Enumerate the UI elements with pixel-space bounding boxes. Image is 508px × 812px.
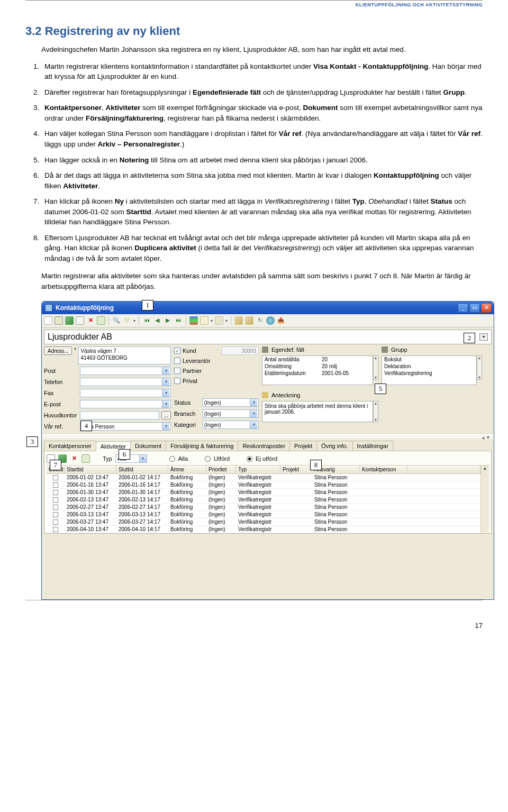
radio-alla[interactable] xyxy=(169,456,175,462)
phone-input[interactable]: ▾ xyxy=(80,378,171,386)
refresh-icon[interactable]: ↻ xyxy=(256,316,264,325)
exit-icon[interactable]: 📤 xyxy=(277,316,285,325)
col-sluttid[interactable]: Sluttid xyxy=(116,466,168,473)
note-textarea[interactable]: Stina ska påbörja arbetet med denna klie… xyxy=(262,401,373,422)
company-selector[interactable]: Ljusprodukter AB ▾ xyxy=(44,330,492,344)
grid-vscroll[interactable]: ▲ xyxy=(480,466,489,533)
close-button[interactable]: ✕ xyxy=(481,303,492,313)
save-icon[interactable] xyxy=(76,316,84,325)
table-row[interactable]: 2006-01-02 13:472006-01-02 14:17Bokförin… xyxy=(47,474,480,481)
utford-cell[interactable] xyxy=(47,474,65,481)
minimize-button[interactable]: _ xyxy=(458,303,468,313)
bransch-select[interactable]: (Ingen)▾ xyxy=(203,409,259,418)
first-icon[interactable]: ⏮ xyxy=(142,316,151,325)
grupp-grid[interactable]: Bokslut Deklaration Verifikatsregistreri… xyxy=(382,355,477,385)
egendef-grid[interactable]: Antal anställda20 Omsättning20 milj Etab… xyxy=(262,355,373,385)
table-row[interactable]: 2006-03-27 13:472006-03-27 14:17Bokförin… xyxy=(47,518,480,526)
filter-dropdown-icon[interactable]: ▾ xyxy=(133,318,135,323)
print-icon[interactable] xyxy=(215,316,223,325)
activity-delete-icon[interactable]: ✕ xyxy=(70,454,78,463)
note-scrollbar[interactable] xyxy=(373,401,378,422)
filter-icon[interactable]: ▽ xyxy=(123,316,131,325)
groups-icon[interactable] xyxy=(245,316,253,325)
radio-utford[interactable] xyxy=(205,456,211,462)
kund-checkbox[interactable] xyxy=(174,348,180,354)
utford-cell[interactable] xyxy=(47,496,65,503)
prev-icon[interactable]: ◀ xyxy=(153,316,161,325)
utford-cell[interactable] xyxy=(47,511,65,518)
tab-forsaljning[interactable]: Försäljning & fakturering xyxy=(166,441,238,451)
tab-kontaktpersoner[interactable]: Kontaktpersoner xyxy=(44,441,96,451)
lev-checkbox[interactable] xyxy=(174,358,180,364)
typ-cell: Verifikatregistr xyxy=(236,489,280,496)
col-typ[interactable]: Typ xyxy=(236,466,280,473)
privat-checkbox[interactable] xyxy=(174,378,180,384)
edit-icon[interactable] xyxy=(65,316,74,325)
egendef-scrollbar[interactable] xyxy=(373,355,378,380)
col-prioritet[interactable]: Prioritet xyxy=(206,466,236,473)
status-label: Status xyxy=(174,399,201,406)
kontakt-cell xyxy=(360,518,407,525)
callout-7: 7 xyxy=(50,460,61,470)
contacts-icon[interactable] xyxy=(234,316,243,325)
last-icon[interactable]: ⏭ xyxy=(174,316,183,325)
grupp-item: Deklaration xyxy=(384,363,411,369)
utford-cell[interactable] xyxy=(47,518,65,525)
col-starttid[interactable]: Starttid xyxy=(65,466,116,473)
table-row[interactable]: 2006-01-30 13:472006-01-30 14:17Bokförin… xyxy=(47,489,480,496)
utford-cell[interactable] xyxy=(47,489,65,496)
tab-installningar[interactable]: Inställningar xyxy=(352,441,393,451)
fax-input[interactable]: ▾ xyxy=(80,389,171,397)
table-row[interactable]: 2006-01-16 13:472006-01-16 14:17Bokförin… xyxy=(47,481,480,489)
collapse-arrows[interactable]: ▲▼ xyxy=(42,433,494,441)
new-icon[interactable] xyxy=(44,316,52,325)
partner-checkbox[interactable] xyxy=(174,368,180,374)
projekt-cell xyxy=(280,489,312,496)
report-dropdown-icon[interactable]: ▾ xyxy=(211,318,213,323)
activity-duplicate-icon[interactable] xyxy=(81,454,90,463)
search-icon[interactable]: 🔍 xyxy=(112,316,121,325)
radio-ej-utford[interactable] xyxy=(247,456,252,462)
col-kontaktperson[interactable]: Kontaktperson xyxy=(360,466,407,473)
tab-ovrig[interactable]: Övrig info. xyxy=(316,441,352,451)
ourref-select[interactable]: Stina Persson▾ xyxy=(80,422,171,431)
report-icon[interactable] xyxy=(200,316,208,325)
chart-icon[interactable] xyxy=(189,316,198,325)
tab-dokument[interactable]: Dokument xyxy=(130,441,166,451)
fax-label: Fax xyxy=(44,390,78,396)
kategori-select[interactable]: (Ingen)▾ xyxy=(203,421,259,429)
print-dropdown-icon[interactable]: ▾ xyxy=(225,318,228,323)
eg-key: Etableringsdatum xyxy=(265,370,322,376)
col-amne[interactable]: Ämne xyxy=(168,466,206,473)
grid-header-row: Utförd Starttid Sluttid Ämne Prioritet T… xyxy=(47,466,480,474)
step-4: Han väljer kollegan Stina Persson som ha… xyxy=(41,129,483,149)
next-icon[interactable]: ▶ xyxy=(164,316,172,325)
delete-icon[interactable]: ✕ xyxy=(86,316,95,325)
address-button[interactable]: Adress... xyxy=(44,346,72,355)
col-projekt[interactable]: Projekt xyxy=(280,466,312,473)
address-textarea[interactable]: Västra vägen 741463 GÖTEBORG xyxy=(78,346,171,364)
status-select[interactable]: (Ingen)▾ xyxy=(203,398,259,407)
table-row[interactable]: 2006-04-10 13:472006-04-10 14:17Bokförin… xyxy=(47,526,480,533)
utford-cell[interactable] xyxy=(47,504,65,510)
mainoffice-input[interactable] xyxy=(80,411,159,419)
table-row[interactable]: 2006-02-13 13:472006-02-13 14:17Bokförin… xyxy=(47,496,480,504)
help-icon[interactable] xyxy=(266,316,275,325)
table-row[interactable]: 2006-03-13 13:472006-03-13 14:17Bokförin… xyxy=(47,511,480,518)
utford-cell[interactable] xyxy=(47,481,65,488)
maximize-button[interactable]: ▭ xyxy=(469,303,480,313)
address-dropdown-icon[interactable]: ▾ xyxy=(74,346,76,351)
eg-val: 2001-05-05 xyxy=(322,370,370,376)
grupp-scrollbar[interactable] xyxy=(477,355,482,380)
mainoffice-browse-button[interactable]: ... xyxy=(161,411,171,419)
email-input[interactable]: ▾ xyxy=(80,400,171,408)
amne-cell: Bokföring xyxy=(168,481,206,488)
tab-projekt[interactable]: Projekt xyxy=(289,441,317,451)
copy-icon[interactable] xyxy=(97,316,105,325)
chevron-down-icon[interactable]: ▾ xyxy=(479,333,488,341)
utford-cell[interactable] xyxy=(47,526,65,533)
post-input[interactable]: ▾ xyxy=(80,367,171,375)
tab-reskontra[interactable]: Reskontraposter xyxy=(238,441,290,451)
list-icon[interactable] xyxy=(55,316,63,325)
table-row[interactable]: 2006-02-27 13:472006-02-27 14:17Bokförin… xyxy=(47,504,480,511)
